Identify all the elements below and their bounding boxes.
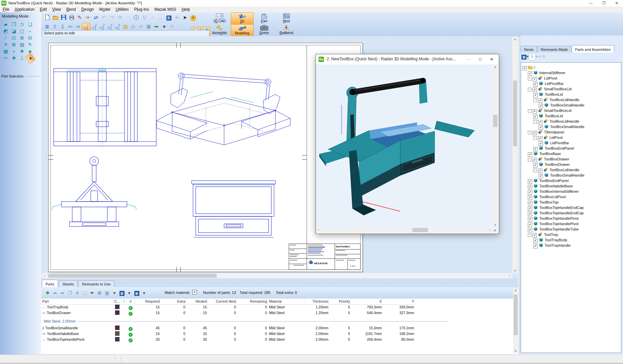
table-row[interactable]: ↔ToolTrayBody✓1501500Mild Steel1.20mm579… bbox=[41, 304, 414, 310]
minimize-button[interactable]: — bbox=[585, 0, 597, 6]
scroll-thumb[interactable] bbox=[48, 274, 217, 278]
delete-part-icon[interactable]: ✕ bbox=[74, 289, 81, 297]
tree-item-label[interactable]: ToolBoxSmallHandle bbox=[550, 173, 585, 177]
tree-item-label[interactable]: ToolBoxTopHandlePivot bbox=[539, 222, 578, 226]
expand-tree-icon[interactable]: ≔ bbox=[538, 53, 542, 60]
tree-row[interactable]: ✓ToolBoxTop bbox=[528, 199, 559, 204]
float-maximize-button[interactable]: □ bbox=[475, 57, 486, 62]
tree-row[interactable]: ✓ToolBoxTopHandleEndCap bbox=[528, 210, 584, 215]
part-color-swatch[interactable] bbox=[115, 310, 119, 315]
tree-item-label[interactable]: ToolTray bbox=[544, 233, 558, 237]
filter-icon[interactable]: ▽ bbox=[140, 13, 148, 22]
float-close-button[interactable]: ✕ bbox=[486, 57, 497, 62]
probe2-icon[interactable]: ✎ bbox=[168, 23, 176, 30]
rod-icon[interactable]: ∕ bbox=[2, 35, 9, 41]
view-1-icon[interactable]: ◁1 bbox=[82, 23, 90, 31]
import-part-icon[interactable]: ⊞ bbox=[18, 35, 26, 41]
tree-item-label[interactable]: ToolBoxDrawer bbox=[544, 157, 569, 161]
tree-row[interactable]: ✓ToolTrayBody bbox=[533, 237, 567, 242]
column-header-thickness[interactable]: Thickness bbox=[304, 299, 329, 304]
help-icon[interactable]: ? bbox=[189, 13, 197, 22]
folded-sheet-icon[interactable]: ❒ bbox=[10, 21, 18, 27]
table-icon[interactable]: ⊞ bbox=[96, 289, 103, 297]
tree-row[interactable]: ✓ToolBoxTopHandlePivot bbox=[528, 215, 578, 220]
part-color-swatch[interactable] bbox=[115, 331, 119, 336]
tree-item-label[interactable]: LidPivotBar bbox=[550, 141, 569, 145]
collapse-icon[interactable]: − bbox=[528, 109, 532, 113]
view-2-icon[interactable]: ◁2 bbox=[90, 23, 98, 30]
collapse-icon[interactable]: − bbox=[528, 233, 532, 237]
view-list-dropdown-icon[interactable]: ▾ bbox=[126, 289, 133, 297]
menu-edit[interactable]: Edit bbox=[37, 6, 50, 12]
tree-row[interactable]: ✓/ bbox=[522, 64, 535, 69]
part-color-swatch[interactable] bbox=[115, 326, 119, 330]
3d-viewport[interactable]: ∧∨ ‹› ◢ bbox=[316, 64, 498, 233]
mode-3d-button[interactable]: 3D bbox=[231, 12, 253, 25]
tree-row[interactable]: ✓ToolBoxLid bbox=[533, 91, 563, 96]
import-part-icon[interactable]: ➥ bbox=[51, 289, 59, 297]
scroll-thumb[interactable] bbox=[412, 228, 428, 232]
vertices-icon[interactable]: ∴ bbox=[124, 13, 132, 22]
menu-plug-ins[interactable]: Plug-Ins bbox=[131, 6, 152, 12]
scroll-right-icon[interactable]: › bbox=[488, 228, 492, 232]
part-color-swatch[interactable] bbox=[115, 305, 119, 309]
tree-row[interactable]: −✓SmallToolBoxLid bbox=[528, 107, 571, 113]
tree-row[interactable]: ✓ToolBoxSmallHandle bbox=[539, 123, 585, 129]
tree-item-label[interactable]: ToolBoxInternalStiffener bbox=[539, 189, 579, 193]
fold-icon[interactable]: ◪ bbox=[10, 28, 18, 34]
tree-checkbox[interactable]: ✓ bbox=[533, 244, 538, 248]
delete-icon[interactable]: ✕ bbox=[2, 41, 9, 48]
snap-icon[interactable]: ✛ bbox=[173, 13, 181, 22]
tree-row[interactable]: ✓ToolBoxTopHandlePivot bbox=[528, 220, 578, 226]
info-icon[interactable]: ⓘ bbox=[132, 13, 140, 22]
copy-part-icon[interactable]: ❐ bbox=[66, 289, 74, 297]
tree-item-label[interactable]: ToolBoxLid bbox=[545, 114, 563, 118]
resize-grip[interactable]: ◢ bbox=[493, 228, 497, 232]
export-part-icon[interactable]: ➦ bbox=[59, 289, 66, 297]
tree-row[interactable]: ✓ToolBoxTopHandleTube bbox=[528, 226, 578, 231]
part-color-swatch[interactable] bbox=[115, 337, 119, 341]
structure-icon[interactable]: ≣ bbox=[43, 23, 51, 30]
scroll-up-icon[interactable]: ∧ bbox=[513, 289, 518, 292]
collapse-icon[interactable]: − bbox=[528, 88, 532, 91]
grid-icon[interactable]: ▦ bbox=[2, 48, 9, 54]
part-name[interactable]: ToolTrayBody bbox=[47, 305, 69, 309]
tree-item-label[interactable]: ToolBoxBase bbox=[539, 152, 561, 156]
mode-nest-button[interactable]: Nest bbox=[275, 12, 297, 24]
viewport-horizontal-scrollbar[interactable]: ‹› bbox=[316, 227, 492, 233]
close-button[interactable]: ✕ bbox=[610, 0, 623, 6]
tree-item-label[interactable]: ToolBoxTopHandlePivot bbox=[539, 216, 578, 220]
edit-sheet-icon[interactable]: ▤ bbox=[18, 41, 26, 48]
column-header-extra[interactable]: Extra bbox=[160, 299, 186, 304]
swap-windows-icon[interactable]: ⇄ bbox=[92, 13, 100, 22]
menu-bend[interactable]: Bend bbox=[64, 6, 79, 12]
column-header-current-nest[interactable]: Current Nest bbox=[207, 299, 236, 304]
tree-item-label[interactable]: ToolBoxLidHandle bbox=[549, 98, 579, 102]
tree-row[interactable]: ✓ToolBoxBase bbox=[528, 150, 561, 156]
table-row[interactable]: ⇔ToolBoxTopHandlePivot✓3003000Mild Steel… bbox=[41, 337, 414, 342]
column-header--[interactable]: # bbox=[127, 299, 135, 304]
open-part-icon[interactable]: ❏ bbox=[81, 289, 88, 297]
view-4-icon[interactable]: ◁4 bbox=[106, 23, 114, 30]
float-minimize-button[interactable]: — bbox=[463, 57, 475, 62]
match-material-checkbox[interactable]: ✓ bbox=[192, 290, 197, 295]
left-icon[interactable]: ⇦ bbox=[66, 23, 74, 30]
tree-row[interactable]: −✓LidPivot bbox=[528, 75, 557, 80]
tree-item-label[interactable]: ToolBoxHabdleBase bbox=[539, 184, 573, 188]
floating-window-titlebar[interactable]: Ra 2: NewToolBox (Quick Nest) - Radan 3D… bbox=[316, 54, 499, 65]
canvas-horizontal-scrollbar[interactable]: ‹› bbox=[42, 273, 512, 278]
delete-tree-icon[interactable]: ✕ bbox=[542, 53, 546, 60]
axes-icon[interactable]: ✚ bbox=[10, 55, 18, 61]
unfold-icon[interactable]: ◩ bbox=[2, 28, 9, 34]
tree-item-label[interactable]: ToolBoxLidHandle bbox=[549, 168, 579, 172]
column-header-required[interactable]: Required bbox=[135, 299, 160, 304]
tree-item-label[interactable]: ToolBoxLidPivot bbox=[539, 195, 566, 199]
move-icon[interactable]: ✛ bbox=[137, 23, 145, 30]
collapse-icon[interactable]: − bbox=[528, 131, 532, 134]
context-help-icon[interactable]: ➤ bbox=[181, 13, 189, 22]
collapse-icon[interactable]: − bbox=[528, 77, 532, 81]
column-header-x[interactable]: X bbox=[350, 299, 382, 304]
measure-icon[interactable]: ✎ bbox=[76, 13, 84, 22]
column-header-remaining[interactable]: Remaining bbox=[236, 299, 267, 304]
orient-icon[interactable]: ❖ bbox=[18, 48, 26, 54]
